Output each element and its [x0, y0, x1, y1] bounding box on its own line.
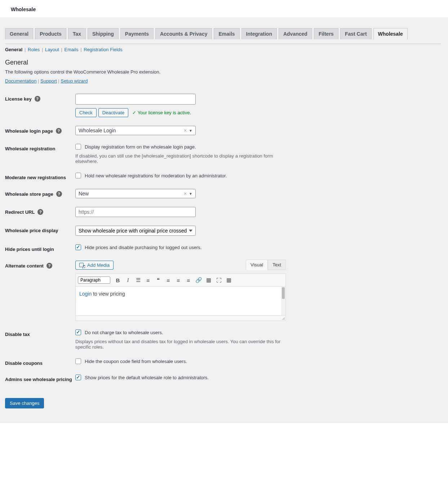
toolbar-toggle-icon[interactable]: ▦ — [224, 275, 234, 285]
text-tab[interactable]: Text — [268, 260, 286, 270]
hide-prices-cb-label: Hide prices and disable purchasing for l… — [85, 245, 201, 250]
link-icon[interactable]: 🔗 — [194, 275, 203, 285]
quote-icon[interactable]: ❝ — [154, 275, 163, 285]
admins-see-cb-label: Show prices for the default wholesale ro… — [85, 375, 209, 380]
registration-checkbox[interactable] — [75, 144, 81, 150]
help-icon[interactable]: ? — [46, 263, 52, 269]
license-key-label: License key — [5, 96, 32, 102]
help-icon[interactable]: ? — [37, 209, 43, 215]
nav-tabs: GeneralProductsTaxShippingPaymentsAccoun… — [5, 28, 441, 39]
tab-filters[interactable]: Filters — [314, 28, 338, 39]
clear-icon[interactable]: × — [184, 128, 187, 133]
hide-prices-checkbox[interactable] — [75, 244, 81, 250]
help-icon[interactable]: ? — [35, 96, 40, 102]
subnav-emails[interactable]: Emails — [65, 47, 79, 52]
subnav-general: General — [5, 47, 22, 52]
hide-prices-label: Hide prices until login — [5, 247, 54, 252]
moderate-checkbox[interactable] — [75, 173, 81, 178]
redirect-url-input[interactable] — [75, 207, 196, 217]
italic-icon[interactable]: I — [123, 275, 133, 285]
tab-integration[interactable]: Integration — [241, 28, 277, 39]
scrollbar[interactable] — [281, 287, 285, 315]
align-right-icon[interactable]: ≡ — [184, 275, 193, 285]
tab-shipping[interactable]: Shipping — [88, 28, 119, 39]
tab-general[interactable]: General — [5, 28, 33, 39]
disable-coupons-checkbox[interactable] — [75, 358, 81, 364]
login-page-select[interactable]: Wholesale Login × ▼ — [75, 126, 196, 135]
disable-tax-checkbox[interactable] — [75, 329, 81, 335]
subnav-layout[interactable]: Layout — [45, 47, 59, 52]
license-status: ✓ Your license key is active. — [132, 110, 191, 115]
disable-coupons-cb-label: Hide the coupon code field from wholesal… — [85, 359, 187, 364]
tab-tax[interactable]: Tax — [68, 28, 86, 39]
admins-see-checkbox[interactable] — [75, 375, 81, 380]
editor: Paragraph B I ☰ ≡ ❝ ≡ ≡ ≡ 🔗 ▦ ⛶ ▦ — [75, 274, 286, 321]
editor-statusbar — [76, 315, 285, 320]
bold-icon[interactable]: B — [113, 275, 123, 285]
sub-nav: General | Roles | Layout | Emails | Regi… — [5, 47, 441, 52]
section-desc: The following options control the WooCom… — [5, 69, 441, 75]
add-media-button[interactable]: Add Media — [75, 261, 114, 270]
disable-tax-cb-label: Do not charge tax to wholesale users. — [85, 330, 163, 335]
editor-body[interactable]: Login to view pricing — [76, 287, 285, 315]
check-button[interactable]: Check — [75, 108, 97, 117]
tab-accounts---privacy[interactable]: Accounts & Privacy — [155, 28, 212, 39]
fullscreen-icon[interactable]: ⛶ — [214, 275, 223, 285]
media-icon — [79, 263, 85, 268]
editor-toolbar: Paragraph B I ☰ ≡ ❝ ≡ ≡ ≡ 🔗 ▦ ⛶ ▦ — [76, 274, 285, 287]
page-title: Wholesale — [11, 6, 36, 12]
disable-tax-label: Disable tax — [5, 332, 30, 337]
setup-wizard-link[interactable]: Setup wizard — [61, 78, 88, 84]
align-center-icon[interactable]: ≡ — [174, 275, 183, 285]
tab-payments[interactable]: Payments — [120, 28, 154, 39]
moderate-cb-label: Hold new wholesale registrations for mod… — [85, 173, 227, 178]
disable-tax-desc: Displays prices without tax and disables… — [75, 339, 288, 350]
license-key-input[interactable] — [75, 94, 196, 105]
deactivate-button[interactable]: Deactivate — [98, 108, 128, 117]
registration-desc: If disabled, you can still use the [whol… — [75, 153, 288, 164]
content-area: GeneralProductsTaxShippingPaymentsAccoun… — [0, 17, 448, 423]
format-select[interactable]: Paragraph — [78, 276, 110, 284]
tab-fast-cart[interactable]: Fast Cart — [340, 28, 372, 39]
documentation-link[interactable]: Documentation — [5, 78, 36, 84]
login-page-label: Wholesale login page — [5, 128, 53, 134]
redirect-url-label: Redirect URL — [5, 209, 35, 215]
disable-coupons-label: Disable coupons — [5, 360, 43, 366]
tab-wholesale[interactable]: Wholesale — [373, 28, 408, 40]
tab-products[interactable]: Products — [35, 28, 66, 39]
numbered-list-icon[interactable]: ≡ — [143, 275, 153, 285]
subnav-registration-fields[interactable]: Registration Fields — [84, 47, 123, 52]
admins-see-label: Admins see wholesale pricing — [5, 377, 72, 382]
bullet-list-icon[interactable]: ☰ — [133, 275, 143, 285]
registration-label: Wholesale registration — [5, 146, 55, 151]
insert-more-icon[interactable]: ▦ — [204, 275, 213, 285]
chevron-down-icon: ▼ — [189, 192, 192, 196]
clear-icon[interactable]: × — [184, 191, 187, 196]
visual-tab[interactable]: Visual — [246, 260, 268, 270]
tab-emails[interactable]: Emails — [214, 28, 239, 39]
registration-cb-label: Display registration form on the wholesa… — [85, 144, 196, 150]
store-page-select[interactable]: New × ▼ — [75, 189, 196, 198]
support-link[interactable]: Support — [40, 78, 57, 84]
help-icon[interactable]: ? — [56, 128, 62, 134]
price-display-select[interactable]: Show wholesale price with original price… — [75, 226, 196, 236]
tab-advanced[interactable]: Advanced — [279, 28, 312, 39]
doc-links: Documentation | Support | Setup wizard — [5, 78, 441, 84]
store-page-label: Wholesale store page — [5, 191, 53, 197]
save-button[interactable]: Save changes — [5, 398, 44, 408]
chevron-down-icon: ▼ — [189, 129, 192, 133]
align-left-icon[interactable]: ≡ — [164, 275, 173, 285]
subnav-roles[interactable]: Roles — [28, 47, 40, 52]
moderate-label: Moderate new registrations — [5, 175, 66, 180]
alt-content-label: Alternate content — [5, 263, 44, 269]
section-heading: General — [5, 59, 441, 66]
page-header: Wholesale — [0, 0, 448, 17]
help-icon[interactable]: ? — [56, 191, 62, 197]
price-display-label: Wholesale price display — [5, 228, 58, 233]
